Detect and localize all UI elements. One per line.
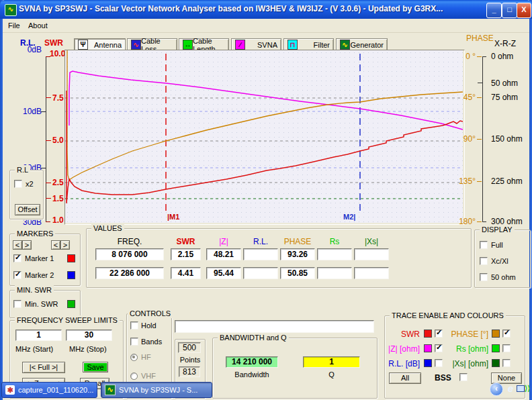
trace-xs-swatch[interactable]: [492, 359, 500, 367]
window-border-right: [529, 0, 532, 400]
value-swr-m2[interactable]: 4.41: [171, 267, 201, 279]
value-xs-m2[interactable]: [354, 267, 389, 279]
value-rs-m2[interactable]: [317, 267, 352, 279]
hf-label: HF: [141, 353, 151, 361]
antenna-icon: Ψ: [78, 40, 88, 50]
value-rl-m2[interactable]: [243, 267, 278, 279]
marker1-next-button[interactable]: >: [22, 240, 32, 250]
display-xcxl-checkbox[interactable]: [480, 257, 488, 265]
hf-radio[interactable]: [130, 354, 138, 361]
trace-phase-swatch[interactable]: [492, 330, 500, 338]
points-field-2[interactable]: 813: [179, 366, 200, 377]
rl-x2-checkbox[interactable]: [14, 180, 22, 188]
marker1-label[interactable]: |M1: [167, 213, 179, 221]
bandwidth-field[interactable]: 14 210 000: [226, 356, 278, 368]
menu-file[interactable]: File: [8, 21, 20, 30]
value-z-m2[interactable]: 95.44: [206, 267, 241, 279]
display-50ohm-checkbox[interactable]: [480, 273, 488, 281]
trace-swr-swatch[interactable]: [424, 330, 432, 338]
phase-tick-45: 45°: [454, 93, 476, 102]
marker2-checkbox[interactable]: [13, 271, 21, 279]
values-header-phase: PHASE: [280, 237, 315, 246]
rl-x2-label: x2: [26, 180, 34, 188]
sweep-start-field[interactable]: 1: [15, 330, 62, 341]
values-header-rl: R.L.: [243, 237, 278, 246]
close-button[interactable]: X: [517, 3, 531, 18]
q-label: Q: [303, 370, 360, 379]
value-rs-m1[interactable]: [317, 248, 352, 260]
trace-rl-swatch[interactable]: [424, 359, 432, 367]
bands-checkbox[interactable]: [130, 338, 138, 346]
app-icon: ∿: [5, 4, 17, 16]
menu-about[interactable]: About: [28, 21, 48, 30]
trace-z-checkbox[interactable]: [435, 344, 443, 352]
generator-icon: ∿: [340, 40, 350, 50]
value-xs-m1[interactable]: [354, 248, 389, 260]
save-button[interactable]: Save: [83, 362, 108, 372]
points-label: Points: [175, 356, 205, 364]
svna-icon: ∕: [235, 40, 245, 50]
taskbar-item-svna-label: SVNA by SP3SWJ - S...: [119, 386, 197, 394]
maximize-button[interactable]: □: [502, 3, 517, 18]
full-span-button[interactable]: |< Full >|: [22, 362, 65, 373]
chart-svg[interactable]: [65, 50, 463, 223]
marker2-label[interactable]: M2|: [343, 213, 355, 221]
min-swr-checkbox[interactable]: [13, 300, 21, 308]
trace-rs-checkbox[interactable]: [502, 344, 511, 352]
points-field[interactable]: 500: [178, 342, 201, 353]
swr-axis-tick-bottom: [46, 221, 50, 222]
trace-rl-label: R.L. [dB]: [386, 359, 420, 368]
value-z-m1[interactable]: 48.21: [206, 248, 241, 260]
value-rl-m1[interactable]: [243, 248, 278, 260]
min-swr-color-swatch[interactable]: [67, 300, 75, 308]
marker1-color-swatch[interactable]: [67, 254, 75, 262]
rl-tick-0db: 0dB: [26, 45, 42, 54]
hold-checkbox[interactable]: [130, 321, 138, 330]
bandwidth-caption: BANDWIDTH and Q: [218, 333, 289, 342]
value-swr-m1[interactable]: 2.15: [171, 248, 201, 260]
values-header-freq: FREQ.: [95, 237, 164, 246]
tab-generator-label: Generator: [350, 41, 384, 49]
phase-tick-mark: [477, 97, 482, 98]
title-bar[interactable]: ∿ SVNA by SP3SWJ - Scalar Vector Network…: [0, 0, 532, 19]
trace-z-swatch[interactable]: [424, 344, 432, 352]
rl-group-caption: R.L: [15, 165, 30, 174]
marker1-checkbox[interactable]: [13, 254, 21, 262]
tray-collapse-chevron-icon[interactable]: ‹: [490, 383, 503, 396]
tray-ie-icon[interactable]: e: [505, 383, 516, 395]
marker2-prev-button[interactable]: <: [51, 240, 60, 250]
trace-xs-checkbox[interactable]: [502, 359, 511, 367]
value-freq-m2[interactable]: 22 286 000: [95, 267, 164, 279]
phase-tick-180: 180°: [454, 217, 476, 226]
taskbar-item-capture[interactable]: ✱ capture_001_110620...: [1, 382, 97, 398]
value-freq-m1[interactable]: 8 076 000: [95, 248, 164, 260]
trace-swr-checkbox[interactable]: [435, 330, 443, 338]
values-header-rs: Rs: [317, 237, 352, 246]
phase-tick-mark: [477, 139, 482, 140]
offset-button[interactable]: Offset: [15, 204, 40, 215]
marker2-checkbox-label: Marker 2: [25, 271, 54, 279]
rl-options-group: R.L x2 Offset: [9, 170, 44, 219]
value-phase-m2[interactable]: 50.85: [280, 267, 315, 279]
trace-phase-label: PHASE [°]: [451, 330, 488, 339]
marker2-color-swatch[interactable]: [67, 271, 75, 279]
display-xcxl-label: Xc/Xl: [491, 257, 508, 265]
q-field[interactable]: 1: [303, 356, 360, 368]
sweep-stop-field[interactable]: 30: [66, 330, 112, 341]
swr-tick-2-5: 2.5: [52, 178, 64, 187]
taskbar-item-svna[interactable]: ∿ SVNA by SP3SWJ - S...: [101, 382, 212, 398]
status-field[interactable]: [175, 320, 374, 333]
minimize-button[interactable]: _: [486, 3, 502, 18]
trace-phase-checkbox[interactable]: [502, 330, 511, 338]
ohm-tick-225: 225 ohm: [491, 177, 523, 186]
trace-rs-swatch[interactable]: [492, 344, 500, 352]
marker1-prev-button[interactable]: <: [13, 240, 22, 250]
tab-filter-label: Filter: [314, 41, 330, 49]
display-full-checkbox[interactable]: [480, 241, 488, 249]
marker2-next-button[interactable]: >: [60, 240, 70, 250]
value-phase-m1[interactable]: 93.26: [280, 248, 315, 260]
hold-label: Hold: [141, 321, 157, 330]
min-swr-group: MIN. SWR Min. SWR: [9, 290, 81, 318]
trace-rl-checkbox[interactable]: [435, 359, 443, 367]
chart-plot-area[interactable]: |M1 M2|: [65, 50, 463, 223]
